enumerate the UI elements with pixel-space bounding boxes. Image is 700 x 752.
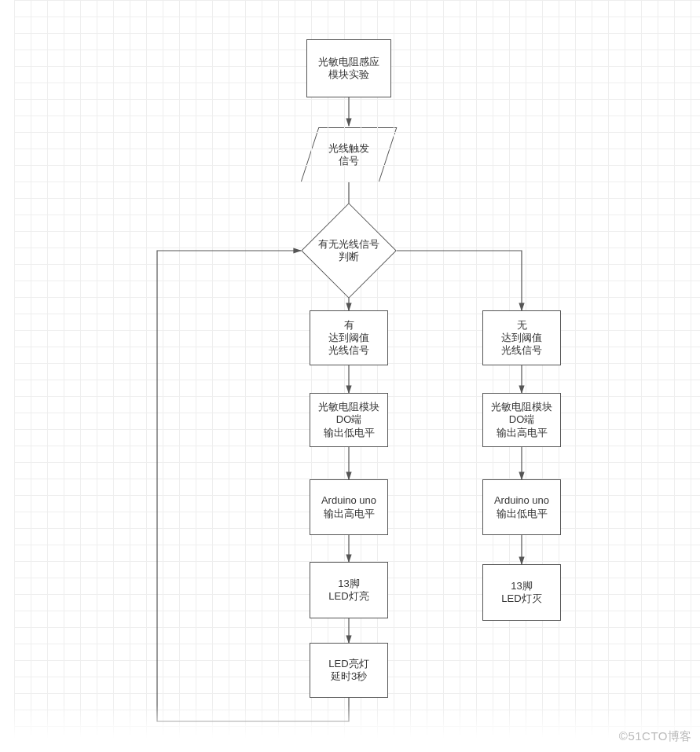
node-text: 光线信号	[501, 344, 542, 357]
node-text: 有无光线信号	[318, 238, 379, 251]
arrows-layer	[0, 0, 700, 752]
node-text: 输出高电平	[497, 427, 548, 439]
node-text: 光线信号	[328, 344, 369, 357]
node-text: 13脚	[511, 580, 532, 592]
node-start: 光敏电阻感应 模块实验	[306, 39, 391, 97]
node-yes4: 13脚 LED灯亮	[310, 562, 388, 618]
node-text: LED亮灯	[328, 658, 368, 670]
node-text: 有	[344, 319, 354, 332]
node-text: 达到阈值	[501, 332, 542, 344]
watermark: ©51CTO博客	[619, 729, 692, 744]
node-text: 光敏电阻感应	[318, 56, 379, 68]
node-yes5: LED亮灯 延时3秒	[310, 643, 388, 698]
node-no4: 13脚 LED灯灭	[482, 564, 561, 621]
node-text: LED灯灭	[501, 592, 541, 605]
node-no3: Arduino uno 输出低电平	[482, 479, 561, 535]
node-text-wrap: 有无光线信号 判断	[302, 217, 396, 284]
node-text: 13脚	[338, 578, 359, 590]
node-text: 信号	[339, 155, 359, 167]
node-text: 输出低电平	[497, 508, 548, 520]
node-text: 输出高电平	[324, 508, 375, 520]
node-yes1: 有 达到阈值 光线信号	[310, 310, 388, 365]
node-text: 光线触发	[328, 142, 369, 155]
node-yes2: 光敏电阻模块 DO端 输出低电平	[310, 393, 388, 447]
node-yes3: Arduino uno 输出高电平	[310, 479, 388, 535]
node-text: 达到阈值	[328, 332, 369, 344]
node-text: 光敏电阻模块	[318, 401, 379, 413]
node-text: 无	[517, 319, 527, 332]
node-text: 模块实验	[328, 68, 369, 81]
node-text: LED灯亮	[328, 590, 368, 603]
node-no1: 无 达到阈值 光线信号	[482, 310, 561, 365]
node-text: Arduino uno	[321, 494, 376, 507]
node-text: 光敏电阻模块	[491, 401, 552, 413]
node-text: DO端	[509, 413, 535, 426]
node-text: DO端	[336, 413, 362, 426]
node-text: 输出低电平	[324, 427, 375, 439]
node-trigger: 光线触发 信号	[310, 127, 388, 182]
node-text: Arduino uno	[494, 494, 549, 507]
node-decision: 有无光线信号 判断	[302, 217, 396, 284]
node-text: 判断	[339, 251, 359, 263]
node-text: 延时3秒	[331, 670, 367, 683]
node-no2: 光敏电阻模块 DO端 输出高电平	[482, 393, 561, 447]
